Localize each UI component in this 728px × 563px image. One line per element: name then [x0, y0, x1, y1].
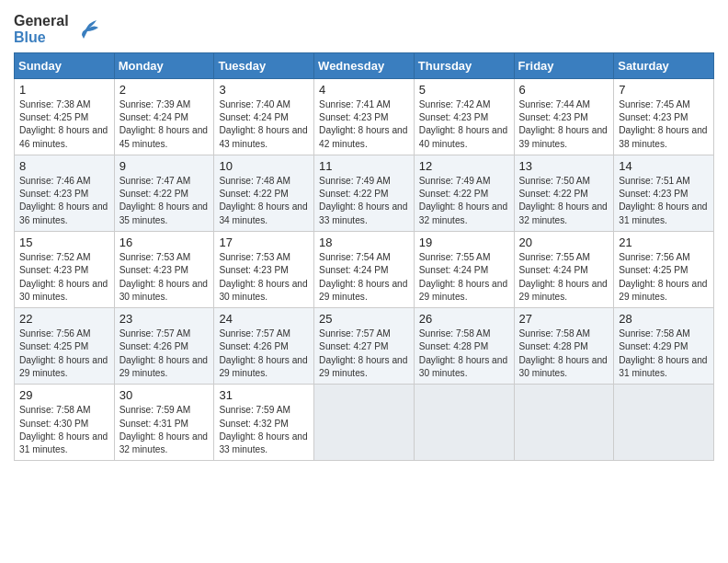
day-number: 2 [119, 83, 210, 97]
calendar-cell: 10Sunrise: 7:48 AMSunset: 4:22 PMDayligh… [214, 155, 314, 231]
weekday-header-sunday: Sunday [15, 52, 115, 78]
day-info: Sunrise: 7:44 AMSunset: 4:23 PMDaylight:… [519, 98, 609, 151]
day-number: 20 [519, 236, 609, 249]
calendar-cell: 30Sunrise: 7:59 AMSunset: 4:31 PMDayligh… [114, 385, 214, 461]
day-info: Sunrise: 7:50 AMSunset: 4:22 PMDaylight:… [519, 175, 609, 227]
calendar-cell: 1Sunrise: 7:38 AMSunset: 4:25 PMDaylight… [15, 78, 115, 155]
calendar-cell: 18Sunrise: 7:54 AMSunset: 4:24 PMDayligh… [314, 232, 415, 308]
weekday-header-thursday: Thursday [414, 52, 514, 78]
day-number: 17 [219, 236, 309, 249]
day-number: 4 [319, 83, 409, 97]
day-info: Sunrise: 7:51 AMSunset: 4:23 PMDaylight:… [619, 175, 709, 227]
calendar-cell: 20Sunrise: 7:55 AMSunset: 4:24 PMDayligh… [514, 232, 614, 308]
day-info: Sunrise: 7:58 AMSunset: 4:29 PMDaylight:… [619, 327, 709, 380]
day-info: Sunrise: 7:41 AMSunset: 4:23 PMDaylight:… [319, 98, 409, 151]
header: General Blue [14, 9, 714, 47]
calendar-cell: 17Sunrise: 7:53 AMSunset: 4:23 PMDayligh… [214, 232, 314, 308]
calendar-cell: 26Sunrise: 7:58 AMSunset: 4:28 PMDayligh… [414, 308, 514, 385]
day-info: Sunrise: 7:39 AMSunset: 4:24 PMDaylight:… [119, 98, 210, 151]
calendar-cell: 2Sunrise: 7:39 AMSunset: 4:24 PMDaylight… [114, 78, 214, 155]
logo-bird-icon [71, 13, 100, 42]
day-number: 29 [19, 388, 109, 402]
calendar-cell: 16Sunrise: 7:53 AMSunset: 4:23 PMDayligh… [114, 232, 214, 308]
day-info: Sunrise: 7:59 AMSunset: 4:31 PMDaylight:… [119, 404, 210, 456]
calendar-cell: 28Sunrise: 7:58 AMSunset: 4:29 PMDayligh… [614, 308, 714, 385]
day-info: Sunrise: 7:54 AMSunset: 4:24 PMDaylight:… [319, 251, 409, 304]
calendar-cell [414, 385, 514, 461]
day-number: 21 [619, 236, 709, 249]
day-info: Sunrise: 7:57 AMSunset: 4:26 PMDaylight:… [219, 327, 309, 380]
calendar-cell: 12Sunrise: 7:49 AMSunset: 4:22 PMDayligh… [414, 155, 514, 231]
day-info: Sunrise: 7:58 AMSunset: 4:28 PMDaylight:… [419, 327, 509, 380]
day-info: Sunrise: 7:55 AMSunset: 4:24 PMDaylight:… [419, 251, 509, 304]
day-info: Sunrise: 7:42 AMSunset: 4:23 PMDaylight:… [419, 98, 509, 151]
day-info: Sunrise: 7:59 AMSunset: 4:32 PMDaylight:… [219, 404, 309, 456]
day-info: Sunrise: 7:49 AMSunset: 4:22 PMDaylight:… [419, 175, 509, 227]
day-number: 15 [19, 236, 109, 249]
calendar-cell: 27Sunrise: 7:58 AMSunset: 4:28 PMDayligh… [514, 308, 614, 385]
calendar-cell: 25Sunrise: 7:57 AMSunset: 4:27 PMDayligh… [314, 308, 415, 385]
calendar-week-row: 1Sunrise: 7:38 AMSunset: 4:25 PMDaylight… [15, 78, 714, 155]
day-info: Sunrise: 7:56 AMSunset: 4:25 PMDaylight:… [619, 251, 709, 304]
calendar-cell: 8Sunrise: 7:46 AMSunset: 4:23 PMDaylight… [15, 155, 115, 231]
day-number: 12 [419, 159, 509, 173]
calendar-week-row: 8Sunrise: 7:46 AMSunset: 4:23 PMDaylight… [15, 155, 714, 231]
calendar-cell: 21Sunrise: 7:56 AMSunset: 4:25 PMDayligh… [614, 232, 714, 308]
day-number: 28 [619, 312, 709, 326]
day-number: 3 [219, 83, 309, 97]
calendar-cell: 6Sunrise: 7:44 AMSunset: 4:23 PMDaylight… [514, 78, 614, 155]
weekday-header-monday: Monday [114, 52, 214, 78]
calendar-cell: 15Sunrise: 7:52 AMSunset: 4:23 PMDayligh… [15, 232, 115, 308]
day-info: Sunrise: 7:57 AMSunset: 4:26 PMDaylight:… [119, 327, 210, 380]
day-number: 25 [319, 312, 409, 326]
logo-text: General Blue [14, 13, 69, 47]
calendar-cell: 11Sunrise: 7:49 AMSunset: 4:22 PMDayligh… [314, 155, 415, 231]
calendar-cell: 4Sunrise: 7:41 AMSunset: 4:23 PMDaylight… [314, 78, 415, 155]
logo-text-block: General Blue [14, 13, 100, 47]
day-number: 5 [419, 83, 509, 97]
day-number: 6 [519, 83, 609, 97]
day-number: 11 [319, 159, 409, 173]
day-info: Sunrise: 7:58 AMSunset: 4:30 PMDaylight:… [19, 404, 109, 456]
day-number: 14 [619, 159, 709, 173]
day-info: Sunrise: 7:40 AMSunset: 4:24 PMDaylight:… [219, 98, 309, 151]
day-info: Sunrise: 7:56 AMSunset: 4:25 PMDaylight:… [19, 327, 109, 380]
calendar-cell [514, 385, 614, 461]
day-info: Sunrise: 7:45 AMSunset: 4:23 PMDaylight:… [619, 98, 709, 151]
day-number: 24 [219, 312, 309, 326]
calendar-cell: 31Sunrise: 7:59 AMSunset: 4:32 PMDayligh… [214, 385, 314, 461]
calendar-cell [614, 385, 714, 461]
day-number: 22 [19, 312, 109, 326]
logo: General Blue [14, 9, 100, 47]
day-number: 19 [419, 236, 509, 249]
day-number: 7 [619, 83, 709, 97]
day-info: Sunrise: 7:38 AMSunset: 4:25 PMDaylight:… [19, 98, 109, 151]
calendar-body: 1Sunrise: 7:38 AMSunset: 4:25 PMDaylight… [15, 78, 714, 461]
calendar-table: SundayMondayTuesdayWednesdayThursdayFrid… [14, 52, 714, 462]
day-number: 9 [119, 159, 210, 173]
calendar-cell: 22Sunrise: 7:56 AMSunset: 4:25 PMDayligh… [15, 308, 115, 385]
day-number: 27 [519, 312, 609, 326]
calendar-week-row: 22Sunrise: 7:56 AMSunset: 4:25 PMDayligh… [15, 308, 714, 385]
weekday-header-saturday: Saturday [614, 52, 714, 78]
day-info: Sunrise: 7:55 AMSunset: 4:24 PMDaylight:… [519, 251, 609, 304]
day-info: Sunrise: 7:53 AMSunset: 4:23 PMDaylight:… [119, 251, 210, 304]
calendar-cell: 9Sunrise: 7:47 AMSunset: 4:22 PMDaylight… [114, 155, 214, 231]
day-info: Sunrise: 7:52 AMSunset: 4:23 PMDaylight:… [19, 251, 109, 304]
day-number: 8 [19, 159, 109, 173]
day-number: 23 [119, 312, 210, 326]
calendar-week-row: 29Sunrise: 7:58 AMSunset: 4:30 PMDayligh… [15, 385, 714, 461]
day-info: Sunrise: 7:46 AMSunset: 4:23 PMDaylight:… [19, 175, 109, 227]
calendar-cell [314, 385, 415, 461]
calendar-page: General Blue SundayMondayTuesdayWednesda… [0, 0, 728, 563]
calendar-cell: 14Sunrise: 7:51 AMSunset: 4:23 PMDayligh… [614, 155, 714, 231]
day-info: Sunrise: 7:57 AMSunset: 4:27 PMDaylight:… [319, 327, 409, 380]
weekday-header-tuesday: Tuesday [214, 52, 314, 78]
weekday-header-row: SundayMondayTuesdayWednesdayThursdayFrid… [15, 52, 714, 78]
weekday-header-friday: Friday [514, 52, 614, 78]
day-number: 26 [419, 312, 509, 326]
day-info: Sunrise: 7:47 AMSunset: 4:22 PMDaylight:… [119, 175, 210, 227]
calendar-cell: 19Sunrise: 7:55 AMSunset: 4:24 PMDayligh… [414, 232, 514, 308]
day-number: 10 [219, 159, 309, 173]
calendar-cell: 29Sunrise: 7:58 AMSunset: 4:30 PMDayligh… [15, 385, 115, 461]
